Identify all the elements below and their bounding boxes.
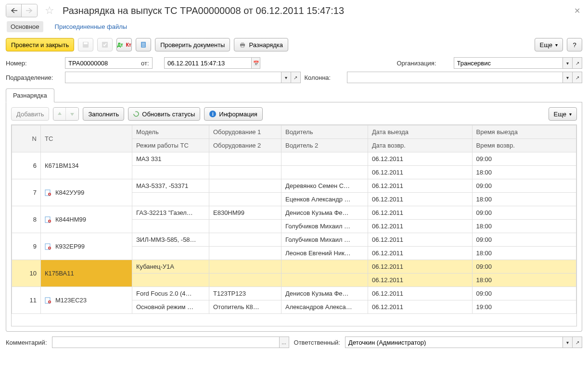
cell-ob2: Отопитель К8… [209,300,281,314]
cell-driver [281,152,368,166]
move-up-button[interactable] [53,108,66,120]
window-title: Разнарядка на выпуск ТС ТРА00000008 от 0… [63,5,568,16]
open-icon[interactable]: ↗ [573,57,582,69]
fill-button[interactable]: Заполнить [83,107,124,121]
table-row[interactable]: 8 К844НМ99 ГАЗ-32213 "Газел… Е830НМ99 Де… [12,206,576,220]
col-ts[interactable]: ТС [41,125,132,152]
subtab-raznaryadka[interactable]: Разнарядка [6,88,54,102]
dropdown-icon[interactable]: ▾ [281,72,291,83]
date-input[interactable] [164,57,252,69]
cell-mode [132,193,209,206]
cell-driver [281,260,368,274]
label-comment: Комментарий: [6,339,47,346]
table-row[interactable]: 9 К932ЕР99 ЗИЛ-ММЗ-585, -58… Голубчиков … [12,233,576,247]
cell-date-ret: 06.12.2011 [368,274,473,287]
nav-back-button[interactable] [6,4,22,17]
cell-ob2 [209,166,281,179]
move-down-button[interactable] [66,108,78,120]
cell-ob2 [209,274,281,287]
add-row-button[interactable]: Добавить [11,107,49,121]
refresh-statuses-button[interactable]: Обновить статусы [128,107,200,121]
table-row[interactable]: 11 М123ЕС23 Ford Focus 2.0 (4… Т123ТР123… [12,287,576,300]
table-row[interactable]: 6 К671ВМ134 МАЗ 331 06.12.2011 09:00 [12,152,576,166]
cell-n: 6 [12,152,41,179]
col-n[interactable]: N [12,125,41,152]
svg-rect-1 [84,42,88,44]
cell-time-out: 09:00 [472,233,576,247]
ellipsis-icon[interactable]: … [280,337,289,348]
col-mode[interactable]: Режим работы ТС [132,139,209,152]
col-time-ret[interactable]: Время возвр. [472,139,576,152]
cell-time-out: 09:00 [472,287,576,300]
save-button[interactable] [78,38,93,51]
cell-date-out: 06.12.2011 [368,287,473,300]
cell-date-out: 06.12.2011 [368,233,473,247]
responsible-input[interactable] [345,337,563,348]
check-documents-button[interactable]: Проверить документы [155,38,230,51]
tab-main[interactable]: Основное [7,21,43,32]
cell-model: Ford Focus 2.0 (4… [132,287,209,300]
dropdown-icon[interactable]: ▾ [563,57,573,69]
dropdown-icon[interactable]: ▾ [563,337,573,348]
label-subdivision: Подразделение: [6,74,61,81]
cell-time-ret: 18:00 [472,193,576,206]
col-ob2[interactable]: Оборудование 2 [209,139,281,152]
information-button[interactable]: iИнформация [204,107,263,121]
col-driver[interactable]: Водитель [281,125,368,139]
post-and-close-button[interactable]: Провести и закрыть [6,38,74,51]
cell-model: ГАЗ-32213 "Газел… [132,206,209,220]
organization-input[interactable] [454,57,563,69]
cell-date-ret: 06.12.2011 [368,166,473,179]
table-row[interactable]: 10 К175ВА11 Кубанец-У1А 06.12.2011 09:00 [12,260,576,274]
col-date-ret[interactable]: Дата возвр. [368,139,473,152]
info-icon: i [209,111,216,117]
cell-mode: Основной режим … [132,300,209,314]
label-organization: Организация: [397,60,450,67]
cell-mode [132,166,209,179]
structure-button[interactable] [136,38,151,51]
cell-model: ЗИЛ-ММЗ-585, -58… [132,233,209,247]
cell-time-out: 09:00 [472,152,576,166]
favorite-star-icon[interactable]: ☆ [43,4,56,17]
chevron-down-icon: ▾ [555,42,558,48]
open-icon[interactable]: ↗ [573,337,582,348]
cell-driver2 [281,274,368,287]
tab-attached-files[interactable]: Присоединенные файлы [51,21,131,32]
cell-mode [132,274,209,287]
col-model[interactable]: Модель [132,125,209,139]
table-row[interactable]: 7 К842УУ99 МАЗ-5337, -53371 Деревянко Се… [12,179,576,193]
comment-input[interactable] [52,337,280,348]
cell-ob1 [209,179,281,193]
chevron-down-icon: ▾ [569,112,572,117]
subdivision-input[interactable] [65,72,281,83]
cell-ob2 [209,247,281,260]
dropdown-icon[interactable]: ▾ [563,72,573,83]
open-icon[interactable]: ↗ [291,72,301,83]
more-button[interactable]: Еще ▾ [535,38,563,51]
table-more-button[interactable]: Еще ▾ [549,107,577,121]
column-input[interactable] [347,72,563,83]
col-time-out[interactable]: Время выезда [472,125,576,139]
cell-n: 8 [12,206,41,233]
vehicles-table[interactable]: N ТС Модель Оборудование 1 Водитель Дата… [11,125,577,326]
number-input[interactable] [65,57,153,69]
cell-mode [132,247,209,260]
col-ob1[interactable]: Оборудование 1 [209,125,281,139]
cell-date-ret: 06.12.2011 [368,193,473,206]
cell-driver: Голубчиков Михаил … [281,233,368,247]
calendar-icon[interactable]: 📅 [252,57,260,69]
nav-forward-button[interactable] [22,4,37,17]
help-button[interactable]: ? [567,38,582,51]
cell-ob2 [209,220,281,233]
col-date-out[interactable]: Дата выезда [368,125,473,139]
print-raznaryadka-button[interactable]: Разнарядка [234,38,288,51]
col-driver2[interactable]: Водитель 2 [281,139,368,152]
open-icon[interactable]: ↗ [573,72,582,83]
cell-driver: Деревянко Семен С… [281,179,368,193]
cell-ob1: Т123ТР123 [209,287,281,300]
close-button[interactable]: ✕ [572,4,582,17]
dtkt-button[interactable]: ДтКт [116,38,132,51]
post-button[interactable] [97,38,113,51]
cell-driver2: Леонов Евгений Ник… [281,247,368,260]
cell-ts: К842УУ99 [41,179,132,206]
